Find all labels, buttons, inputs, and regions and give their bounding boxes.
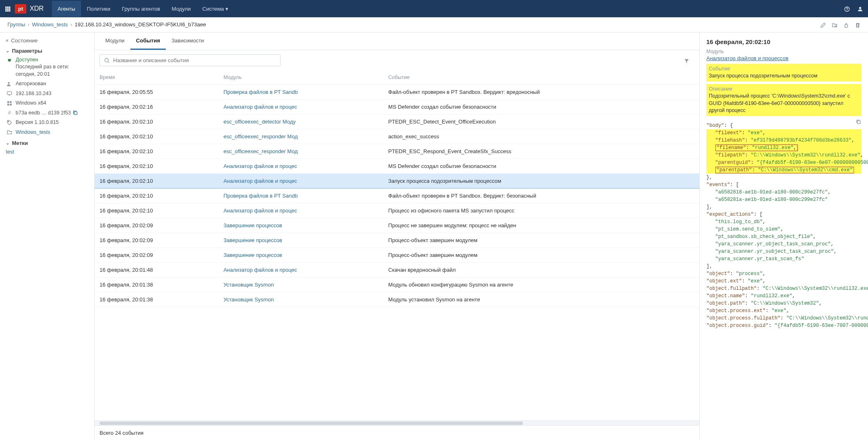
nav-modules[interactable]: Модули — [166, 1, 197, 17]
table-row[interactable]: 16 февраля, 20:01:38Установщик SysmonМод… — [95, 277, 699, 292]
svg-point-11 — [859, 7, 861, 9]
folder-icon — [6, 129, 13, 136]
svg-rect-8 — [9, 10, 11, 12]
svg-rect-14 — [7, 92, 12, 95]
module-link[interactable]: Проверка файлов в PT Sandb — [223, 193, 298, 199]
table-row[interactable]: 16 февраля, 20:02:10Анализатор файлов и … — [95, 159, 699, 174]
table-row[interactable]: 16 февраля, 20:02:10Проверка файлов в PT… — [95, 189, 699, 203]
move-icon[interactable] — [832, 21, 838, 28]
help-icon[interactable] — [844, 5, 850, 12]
details-desc-label: Описание — [709, 86, 859, 93]
edit-icon[interactable] — [820, 21, 826, 28]
module-link[interactable]: Завершение процессов — [223, 237, 282, 243]
table-row[interactable]: 16 февраля, 20:02:10esc_officeexec_respo… — [95, 129, 699, 144]
search-input[interactable] — [113, 57, 276, 63]
table-row[interactable]: 16 февраля, 20:02:09Завершение процессов… — [95, 233, 699, 248]
breadcrumb-current: 192.168.10.243_windows_DESKTOP-IF5KUI6_b… — [74, 21, 206, 28]
module-link[interactable]: esc_officeexec_detector Моду — [223, 119, 296, 125]
nav-agent-groups[interactable]: Группы агентов — [116, 1, 166, 17]
main-panel: Модули События Зависимости Время Модуль … — [95, 33, 699, 440]
module-link[interactable]: Анализатор файлов и процес — [223, 163, 297, 169]
sidebar-tags-header[interactable]: ⌄Метки — [6, 140, 88, 146]
table-row[interactable]: 16 февраля, 20:05:55Проверка файлов в PT… — [95, 85, 699, 100]
lock-icon[interactable] — [843, 21, 849, 28]
col-time[interactable]: Время — [95, 70, 218, 85]
table-footer: Всего 24 события — [95, 425, 699, 440]
svg-rect-1 — [7, 7, 9, 8]
events-table: Время Модуль Событие 16 февраля, 20:05:5… — [95, 70, 699, 307]
top-navbar: pt XDR Агенты Политики Группы агентов Мо… — [0, 0, 868, 17]
hash-icon: # — [6, 110, 13, 117]
svg-rect-0 — [5, 7, 7, 8]
copy-hash-icon[interactable] — [72, 110, 78, 117]
app-menu-icon[interactable] — [5, 5, 11, 12]
module-link[interactable]: Завершение процессов — [223, 252, 282, 258]
group-link[interactable]: Windows_tests — [16, 129, 50, 136]
module-link[interactable]: Установщик Sysmon — [223, 282, 274, 288]
authorized-label: Авторизован — [16, 80, 46, 88]
last-seen: Последний раз в сети: сегодня, 20:01 — [16, 64, 69, 77]
table-row[interactable]: 16 февраля, 20:01:38Установщик SysmonМод… — [95, 292, 699, 307]
monitor-icon — [6, 90, 13, 98]
tab-events[interactable]: События — [130, 33, 166, 50]
nav-policies[interactable]: Политики — [81, 1, 116, 17]
module-link[interactable]: Анализатор файлов и процес — [223, 267, 297, 273]
details-title: 16 февраля, 20:02:10 — [706, 38, 861, 45]
module-link[interactable]: Анализатор файлов и процес — [223, 178, 297, 184]
tab-dependencies[interactable]: Зависимости — [166, 33, 210, 50]
sidebar: «Состояние ⌄Параметры ДоступенПоследний … — [0, 33, 95, 440]
details-event-label: Событие — [709, 65, 859, 73]
col-module[interactable]: Модуль — [218, 70, 383, 85]
module-link[interactable]: Установщик Sysmon — [223, 296, 274, 303]
copy-json-icon[interactable] — [856, 119, 861, 125]
plug-icon — [6, 56, 13, 64]
tag-test[interactable]: test — [6, 149, 14, 156]
sidebar-state[interactable]: «Состояние — [6, 37, 88, 44]
svg-rect-6 — [5, 10, 7, 12]
svg-rect-2 — [9, 7, 11, 8]
svg-rect-19 — [74, 112, 77, 115]
user-check-icon — [6, 80, 13, 88]
table-row[interactable]: 16 февраля, 20:01:48Анализатор файлов и … — [95, 263, 699, 277]
module-link[interactable]: Завершение процессов — [223, 222, 282, 228]
user-icon[interactable] — [857, 5, 863, 12]
module-link[interactable]: Проверка файлов в PT Sandb — [223, 89, 298, 95]
search-icon — [104, 57, 110, 64]
status-available: Доступен — [16, 57, 38, 63]
sidebar-params-header[interactable]: ⌄Параметры — [6, 48, 88, 54]
delete-icon[interactable] — [855, 21, 861, 28]
tag-icon — [6, 119, 13, 126]
table-row[interactable]: 16 февраля, 20:02:16Анализатор файлов и … — [95, 100, 699, 114]
col-event[interactable]: Событие — [383, 70, 699, 85]
nav-agents[interactable]: Агенты — [52, 1, 81, 17]
svg-rect-16 — [10, 101, 12, 103]
details-desc-value: Подозрительный процесс 'C:\Windows\Syste… — [709, 93, 850, 113]
table-row[interactable]: 16 февраля, 20:02:10esc_officeexec_detec… — [95, 114, 699, 129]
svg-rect-22 — [857, 121, 860, 124]
module-link[interactable]: esc_officeexec_responder Мод — [223, 148, 298, 154]
table-row[interactable]: 16 февраля, 20:02:09Завершение процессов… — [95, 218, 699, 233]
table-row[interactable]: 16 февраля, 20:02:10Анализатор файлов и … — [95, 174, 699, 189]
breadcrumb-groups[interactable]: Группы — [7, 21, 25, 28]
search-box[interactable] — [100, 54, 281, 67]
table-row[interactable]: 16 февраля, 20:02:10Анализатор файлов и … — [95, 203, 699, 218]
filter-icon[interactable] — [684, 57, 689, 64]
horizontal-scrollbar[interactable] — [95, 420, 699, 425]
module-link[interactable]: Анализатор файлов и процес — [223, 208, 297, 214]
breadcrumb-windows-tests[interactable]: Windows_tests — [32, 21, 68, 28]
tab-modules[interactable]: Модули — [100, 33, 130, 50]
details-module-link[interactable]: Анализатор файлов и процессов — [706, 55, 861, 61]
nav-system[interactable]: Система ▾ — [197, 1, 234, 17]
svg-rect-4 — [7, 8, 9, 10]
svg-point-20 — [8, 121, 9, 122]
module-link[interactable]: Анализатор файлов и процес — [223, 104, 297, 110]
table-row[interactable]: 16 февраля, 20:02:10esc_officeexec_respo… — [95, 144, 699, 159]
details-panel: 16 февраля, 20:02:10 Модуль Анализатор ф… — [699, 33, 868, 440]
svg-rect-17 — [7, 104, 9, 105]
table-row[interactable]: 16 февраля, 20:02:09Завершение процессов… — [95, 248, 699, 263]
svg-rect-12 — [845, 25, 848, 27]
breadcrumb: Группы › Windows_tests › 192.168.10.243_… — [0, 17, 868, 33]
ip-label: 192.168.10.243 — [16, 90, 51, 98]
svg-rect-5 — [9, 8, 11, 10]
module-link[interactable]: esc_officeexec_responder Мод — [223, 133, 298, 140]
